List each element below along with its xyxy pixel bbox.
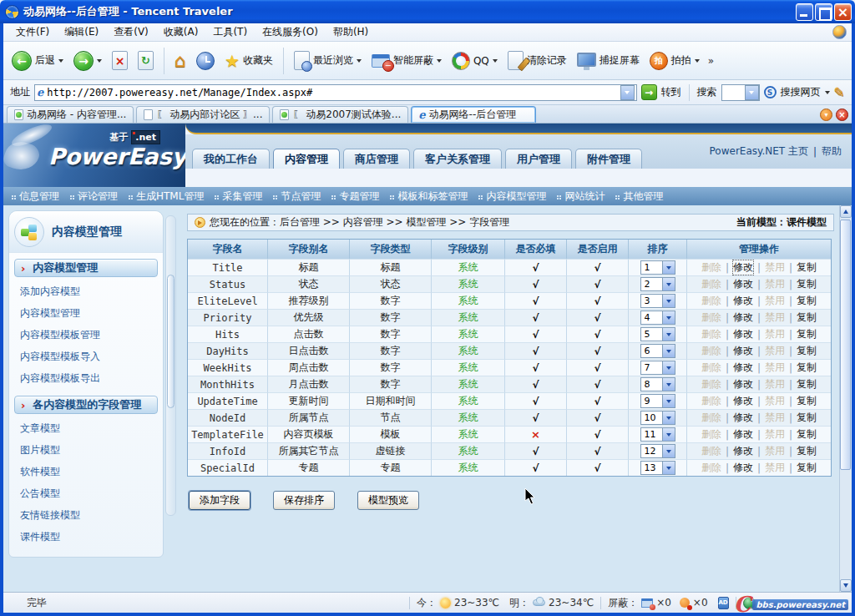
op-link[interactable]: 修改 <box>733 427 753 442</box>
powereasy-home-link[interactable]: PowerEasy.NET 主页 <box>710 144 808 159</box>
sidebar-item[interactable]: 公告模型 <box>9 483 163 505</box>
sort-select[interactable]: 5 <box>640 327 675 341</box>
chevron-down-icon[interactable] <box>662 462 675 474</box>
smart-block-dropdown-icon[interactable] <box>437 59 442 65</box>
browser-tab[interactable]: 〖 动易内部讨论区 〗... <box>136 106 270 123</box>
op-link[interactable]: 修改 <box>733 311 753 325</box>
chevron-down-icon[interactable] <box>662 295 675 307</box>
op-link[interactable]: 修改 <box>733 377 753 391</box>
chevron-down-icon[interactable] <box>662 311 675 324</box>
op-link[interactable]: 修改 <box>733 294 753 308</box>
menu-item[interactable]: 在线服务(O) <box>255 25 326 39</box>
op-link[interactable]: 复制 <box>797 461 817 475</box>
sidebar-item[interactable]: 内容模型模板导出 <box>9 368 163 390</box>
op-link[interactable]: 修改 <box>733 461 753 475</box>
toolbar-overflow-icon[interactable]: » <box>708 55 714 67</box>
sort-select[interactable]: 8 <box>640 377 675 391</box>
recent-dropdown-icon[interactable] <box>357 59 362 65</box>
menu-item[interactable]: 查看(V) <box>106 25 156 39</box>
subnav-item[interactable]: 评论管理 <box>70 189 118 204</box>
action-button[interactable]: 保存排序 <box>273 491 335 510</box>
subnav-item[interactable]: 节点管理 <box>273 189 321 204</box>
sidebar-item[interactable]: 友情链接模型 <box>9 505 163 527</box>
forward-button[interactable]: → <box>70 48 105 73</box>
paipai-button[interactable]: 拍 拍拍 <box>646 49 703 73</box>
sidebar-item[interactable]: 软件模型 <box>9 462 163 483</box>
home-button[interactable]: ⌂ <box>171 50 190 72</box>
chevron-down-icon[interactable] <box>662 428 675 441</box>
chevron-down-icon[interactable] <box>662 278 675 290</box>
go-icon[interactable]: → <box>641 84 657 100</box>
menu-item[interactable]: 编辑(E) <box>57 25 106 39</box>
refresh-button[interactable]: ↻ <box>134 48 157 73</box>
tab-close-icon[interactable]: × <box>836 109 848 121</box>
sidebar-item[interactable]: 添加内容模型 <box>9 281 163 303</box>
sort-select[interactable]: 2 <box>640 277 675 291</box>
sort-select[interactable]: 12 <box>640 444 675 458</box>
op-link[interactable]: 复制 <box>797 427 817 442</box>
tab-list-icon[interactable]: ▾ <box>820 109 832 121</box>
op-link[interactable]: 修改 <box>733 327 753 341</box>
op-link[interactable]: 复制 <box>797 394 817 408</box>
sidebar-item[interactable]: 图片模型 <box>9 440 163 462</box>
recent-button[interactable]: 最近浏览 <box>291 48 365 73</box>
menu-item[interactable]: 文件(F) <box>8 25 57 39</box>
chevron-down-icon[interactable] <box>662 328 675 341</box>
qq-dropdown-icon[interactable] <box>493 59 498 65</box>
op-link[interactable]: 复制 <box>797 377 817 391</box>
subnav-item[interactable]: 模板和标签管理 <box>390 189 468 204</box>
op-link[interactable]: 修改 <box>733 361 753 375</box>
subnav-item[interactable]: 网站统计 <box>557 189 605 204</box>
chevron-down-icon[interactable] <box>662 261 675 274</box>
minimize-button[interactable] <box>796 3 813 21</box>
browser-brand-icon[interactable] <box>832 25 847 39</box>
browser-tab[interactable]: 动易网络 - 内容管理... <box>7 106 134 123</box>
sort-select[interactable]: 10 <box>640 411 675 425</box>
back-dropdown-icon[interactable] <box>58 59 63 65</box>
main-scrollbar[interactable] <box>839 205 852 592</box>
scroll-up-icon[interactable] <box>840 205 852 218</box>
sidebar-group-header[interactable]: ›内容模型管理 <box>14 259 158 277</box>
clear-history-button[interactable]: 清除记录 <box>504 48 570 73</box>
address-input[interactable]: e http://2007.powereasy.net/Manage/Index… <box>34 84 637 101</box>
qq-button[interactable]: QQ <box>448 49 501 73</box>
subnav-item[interactable]: 采集管理 <box>215 189 262 204</box>
sort-select[interactable]: 4 <box>640 311 675 325</box>
sort-select[interactable]: 3 <box>640 294 675 308</box>
subnav-item[interactable]: 信息管理 <box>12 189 59 204</box>
nav-tab-附件管理[interactable]: 附件管理 <box>575 149 642 169</box>
op-link[interactable]: 复制 <box>797 260 817 275</box>
paipai-dropdown-icon[interactable] <box>695 59 700 65</box>
menu-item[interactable]: 工具(T) <box>205 25 255 39</box>
sidebar-scrollbar[interactable] <box>165 215 176 516</box>
sidebar-group-header[interactable]: ›各内容模型的字段管理 <box>14 396 158 414</box>
op-link[interactable]: 修改 <box>733 260 753 275</box>
search-engine-label[interactable]: 搜搜网页 <box>781 85 821 99</box>
chevron-down-icon[interactable] <box>662 378 675 391</box>
chevron-down-icon[interactable] <box>662 412 675 424</box>
favorites-button[interactable]: ★ 收藏夹 <box>221 48 276 73</box>
sidebar-scroll-thumb[interactable] <box>167 275 175 408</box>
nav-tab-我的工作台[interactable]: 我的工作台 <box>192 149 270 169</box>
sidebar-item[interactable]: 内容模型管理 <box>9 303 163 325</box>
sort-select[interactable]: 1 <box>640 260 675 275</box>
smart-block-button[interactable]: 智能屏蔽 <box>368 51 445 70</box>
subnav-item[interactable]: 专题管理 <box>331 189 379 204</box>
action-button[interactable]: 模型预览 <box>357 491 419 510</box>
op-link[interactable]: 复制 <box>797 311 817 325</box>
op-link[interactable]: 复制 <box>797 327 817 341</box>
op-link[interactable]: 复制 <box>797 277 817 291</box>
close-button[interactable] <box>834 3 852 21</box>
search-engine-dropdown-icon[interactable] <box>825 91 830 97</box>
nav-tab-客户关系管理[interactable]: 客户关系管理 <box>413 149 502 169</box>
action-button[interactable]: 添加字段 <box>189 491 250 510</box>
op-link[interactable]: 复制 <box>797 444 817 458</box>
op-link[interactable]: 修改 <box>733 444 753 458</box>
op-link[interactable]: 修改 <box>733 277 753 291</box>
op-link[interactable]: 修改 <box>733 394 753 408</box>
ad-filter-icon[interactable]: AD <box>718 597 729 609</box>
sidebar-item[interactable]: 课件模型 <box>9 527 163 548</box>
op-link[interactable]: 修改 <box>733 344 753 358</box>
op-link[interactable]: 复制 <box>797 294 817 308</box>
sort-select[interactable]: 6 <box>640 344 675 358</box>
